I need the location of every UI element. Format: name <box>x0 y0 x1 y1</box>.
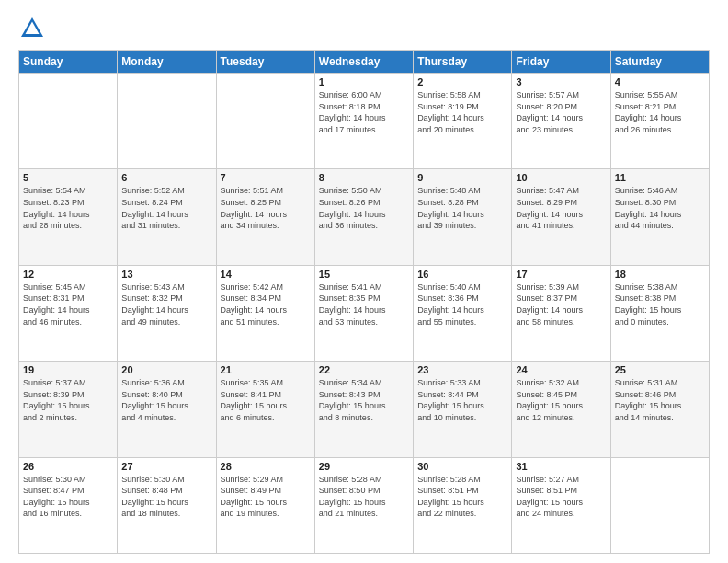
day-number-19: 19 <box>23 364 113 375</box>
day-info-15: Sunrise: 5:41 AM Sunset: 8:35 PM Dayligh… <box>319 282 409 327</box>
day-info-18: Sunrise: 5:38 AM Sunset: 8:38 PM Dayligh… <box>615 282 705 327</box>
empty-cell <box>610 457 709 553</box>
day-cell-1: 1Sunrise: 6:00 AM Sunset: 8:18 PM Daylig… <box>314 74 413 169</box>
day-cell-9: 9Sunrise: 5:48 AM Sunset: 8:28 PM Daylig… <box>414 169 512 265</box>
day-info-12: Sunrise: 5:45 AM Sunset: 8:31 PM Dayligh… <box>23 282 113 327</box>
header-cell-friday: Friday <box>512 51 610 74</box>
day-info-24: Sunrise: 5:32 AM Sunset: 8:45 PM Dayligh… <box>516 377 606 423</box>
day-cell-16: 16Sunrise: 5:40 AM Sunset: 8:36 PM Dayli… <box>414 265 512 361</box>
day-number-21: 21 <box>221 364 311 375</box>
day-info-25: Sunrise: 5:31 AM Sunset: 8:46 PM Dayligh… <box>615 377 705 423</box>
day-info-8: Sunrise: 5:50 AM Sunset: 8:26 PM Dayligh… <box>319 185 409 231</box>
day-number-24: 24 <box>516 364 606 375</box>
day-number-17: 17 <box>516 269 606 280</box>
page: SundayMondayTuesdayWednesdayThursdayFrid… <box>0 0 728 563</box>
day-cell-15: 15Sunrise: 5:41 AM Sunset: 8:35 PM Dayli… <box>314 265 413 361</box>
day-number-16: 16 <box>417 269 507 280</box>
header-cell-tuesday: Tuesday <box>216 51 314 74</box>
logo-icon <box>18 15 46 42</box>
day-number-13: 13 <box>121 269 211 280</box>
day-cell-10: 10Sunrise: 5:47 AM Sunset: 8:29 PM Dayli… <box>512 169 610 265</box>
day-cell-11: 11Sunrise: 5:46 AM Sunset: 8:30 PM Dayli… <box>610 169 709 265</box>
day-cell-31: 31Sunrise: 5:27 AM Sunset: 8:51 PM Dayli… <box>512 457 610 553</box>
day-cell-8: 8Sunrise: 5:50 AM Sunset: 8:26 PM Daylig… <box>314 169 413 265</box>
day-info-20: Sunrise: 5:36 AM Sunset: 8:40 PM Dayligh… <box>121 377 211 423</box>
day-number-28: 28 <box>221 461 311 472</box>
day-cell-5: 5Sunrise: 5:54 AM Sunset: 8:23 PM Daylig… <box>19 169 118 265</box>
day-info-16: Sunrise: 5:40 AM Sunset: 8:36 PM Dayligh… <box>417 282 507 327</box>
day-info-7: Sunrise: 5:51 AM Sunset: 8:25 PM Dayligh… <box>221 185 311 231</box>
day-cell-12: 12Sunrise: 5:45 AM Sunset: 8:31 PM Dayli… <box>19 265 118 361</box>
day-info-10: Sunrise: 5:47 AM Sunset: 8:29 PM Dayligh… <box>516 185 606 231</box>
day-cell-20: 20Sunrise: 5:36 AM Sunset: 8:40 PM Dayli… <box>118 362 216 457</box>
logo <box>18 15 50 42</box>
day-number-31: 31 <box>516 461 606 472</box>
day-info-26: Sunrise: 5:30 AM Sunset: 8:47 PM Dayligh… <box>23 474 113 520</box>
day-number-8: 8 <box>319 172 409 183</box>
day-cell-2: 2Sunrise: 5:58 AM Sunset: 8:19 PM Daylig… <box>414 74 512 169</box>
header-cell-sunday: Sunday <box>19 51 118 74</box>
day-number-4: 4 <box>615 76 705 87</box>
week-row-2: 5Sunrise: 5:54 AM Sunset: 8:23 PM Daylig… <box>19 169 710 265</box>
day-number-12: 12 <box>23 269 113 280</box>
day-info-1: Sunrise: 6:00 AM Sunset: 8:18 PM Dayligh… <box>319 89 409 135</box>
day-cell-18: 18Sunrise: 5:38 AM Sunset: 8:38 PM Dayli… <box>610 265 709 361</box>
day-cell-23: 23Sunrise: 5:33 AM Sunset: 8:44 PM Dayli… <box>414 362 512 457</box>
day-cell-14: 14Sunrise: 5:42 AM Sunset: 8:34 PM Dayli… <box>216 265 314 361</box>
day-cell-25: 25Sunrise: 5:31 AM Sunset: 8:46 PM Dayli… <box>610 362 709 457</box>
day-number-6: 6 <box>121 172 211 183</box>
day-cell-17: 17Sunrise: 5:39 AM Sunset: 8:37 PM Dayli… <box>512 265 610 361</box>
day-info-2: Sunrise: 5:58 AM Sunset: 8:19 PM Dayligh… <box>417 89 507 135</box>
day-info-9: Sunrise: 5:48 AM Sunset: 8:28 PM Dayligh… <box>417 185 507 231</box>
header-cell-saturday: Saturday <box>610 51 709 74</box>
week-row-4: 19Sunrise: 5:37 AM Sunset: 8:39 PM Dayli… <box>19 362 710 457</box>
day-number-22: 22 <box>319 364 409 375</box>
header-row: SundayMondayTuesdayWednesdayThursdayFrid… <box>19 51 710 74</box>
day-info-6: Sunrise: 5:52 AM Sunset: 8:24 PM Dayligh… <box>121 185 211 231</box>
day-number-20: 20 <box>121 364 211 375</box>
header-cell-monday: Monday <box>118 51 216 74</box>
day-number-26: 26 <box>23 461 113 472</box>
day-cell-22: 22Sunrise: 5:34 AM Sunset: 8:43 PM Dayli… <box>314 362 413 457</box>
day-info-22: Sunrise: 5:34 AM Sunset: 8:43 PM Dayligh… <box>319 377 409 423</box>
day-number-25: 25 <box>615 364 705 375</box>
day-number-18: 18 <box>615 269 705 280</box>
day-number-1: 1 <box>319 76 409 87</box>
day-cell-29: 29Sunrise: 5:28 AM Sunset: 8:50 PM Dayli… <box>314 457 413 553</box>
day-cell-4: 4Sunrise: 5:55 AM Sunset: 8:21 PM Daylig… <box>610 74 709 169</box>
day-number-3: 3 <box>516 76 606 87</box>
header <box>18 15 710 42</box>
day-number-10: 10 <box>516 172 606 183</box>
empty-cell <box>118 74 216 169</box>
calendar: SundayMondayTuesdayWednesdayThursdayFrid… <box>18 50 710 554</box>
day-info-21: Sunrise: 5:35 AM Sunset: 8:41 PM Dayligh… <box>221 377 311 423</box>
day-cell-26: 26Sunrise: 5:30 AM Sunset: 8:47 PM Dayli… <box>19 457 118 553</box>
day-info-31: Sunrise: 5:27 AM Sunset: 8:51 PM Dayligh… <box>516 474 606 520</box>
day-info-4: Sunrise: 5:55 AM Sunset: 8:21 PM Dayligh… <box>615 89 705 135</box>
empty-cell <box>216 74 314 169</box>
week-row-3: 12Sunrise: 5:45 AM Sunset: 8:31 PM Dayli… <box>19 265 710 361</box>
day-info-23: Sunrise: 5:33 AM Sunset: 8:44 PM Dayligh… <box>417 377 507 423</box>
day-cell-19: 19Sunrise: 5:37 AM Sunset: 8:39 PM Dayli… <box>19 362 118 457</box>
day-number-14: 14 <box>221 269 311 280</box>
day-info-19: Sunrise: 5:37 AM Sunset: 8:39 PM Dayligh… <box>23 377 113 423</box>
day-cell-28: 28Sunrise: 5:29 AM Sunset: 8:49 PM Dayli… <box>216 457 314 553</box>
week-row-1: 1Sunrise: 6:00 AM Sunset: 8:18 PM Daylig… <box>19 74 710 169</box>
day-info-28: Sunrise: 5:29 AM Sunset: 8:49 PM Dayligh… <box>221 474 311 520</box>
day-cell-6: 6Sunrise: 5:52 AM Sunset: 8:24 PM Daylig… <box>118 169 216 265</box>
day-number-23: 23 <box>417 364 507 375</box>
header-cell-thursday: Thursday <box>414 51 512 74</box>
day-info-13: Sunrise: 5:43 AM Sunset: 8:32 PM Dayligh… <box>121 282 211 327</box>
day-number-27: 27 <box>121 461 211 472</box>
day-number-15: 15 <box>319 269 409 280</box>
empty-cell <box>19 74 118 169</box>
day-info-5: Sunrise: 5:54 AM Sunset: 8:23 PM Dayligh… <box>23 185 113 231</box>
day-info-27: Sunrise: 5:30 AM Sunset: 8:48 PM Dayligh… <box>121 474 211 520</box>
day-number-9: 9 <box>417 172 507 183</box>
day-info-29: Sunrise: 5:28 AM Sunset: 8:50 PM Dayligh… <box>319 474 409 520</box>
day-number-5: 5 <box>23 172 113 183</box>
day-info-30: Sunrise: 5:28 AM Sunset: 8:51 PM Dayligh… <box>417 474 507 520</box>
day-cell-21: 21Sunrise: 5:35 AM Sunset: 8:41 PM Dayli… <box>216 362 314 457</box>
day-cell-3: 3Sunrise: 5:57 AM Sunset: 8:20 PM Daylig… <box>512 74 610 169</box>
day-cell-13: 13Sunrise: 5:43 AM Sunset: 8:32 PM Dayli… <box>118 265 216 361</box>
